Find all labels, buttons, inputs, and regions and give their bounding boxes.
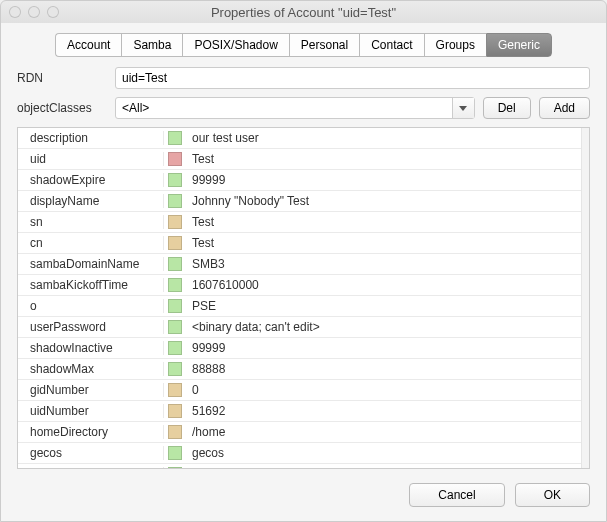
attr-value[interactable]: our test user xyxy=(186,131,581,145)
close-light[interactable] xyxy=(9,6,21,18)
attr-color-icon xyxy=(164,320,186,334)
table-row[interactable]: shadowInactive99999 xyxy=(18,338,581,359)
table-row[interactable]: sambaKickoffTime1607610000 xyxy=(18,275,581,296)
tab-account[interactable]: Account xyxy=(55,33,121,57)
attr-value[interactable]: gecos xyxy=(186,446,581,460)
attr-color-icon xyxy=(164,446,186,460)
tab-generic[interactable]: Generic xyxy=(486,33,552,57)
attr-name: gidNumber xyxy=(18,383,164,397)
rdn-row: RDN xyxy=(17,67,590,89)
attr-color-icon xyxy=(164,425,186,439)
attr-name: cn xyxy=(18,236,164,250)
tabs: AccountSambaPOSIX/ShadowPersonalContactG… xyxy=(17,33,590,57)
attr-table: descriptionour test useruidTestshadowExp… xyxy=(17,127,590,469)
objectclasses-selected: <All> xyxy=(116,101,452,115)
objectclasses-label: objectClasses xyxy=(17,101,107,115)
attr-value[interactable]: Test xyxy=(186,152,581,166)
attr-color-icon xyxy=(164,131,186,145)
attr-name: displayName xyxy=(18,194,164,208)
attr-color-icon xyxy=(164,152,186,166)
tab-posix-shadow[interactable]: POSIX/Shadow xyxy=(182,33,288,57)
attr-name: homeDirectory xyxy=(18,425,164,439)
attr-value[interactable]: [U] xyxy=(186,467,581,468)
chevron-down-icon[interactable] xyxy=(452,98,474,118)
attr-name: shadowMax xyxy=(18,362,164,376)
attr-name: o xyxy=(18,299,164,313)
tab-samba[interactable]: Samba xyxy=(121,33,182,57)
attr-name: sambaKickoffTime xyxy=(18,278,164,292)
tab-groups[interactable]: Groups xyxy=(424,33,486,57)
table-row[interactable]: cnTest xyxy=(18,233,581,254)
attr-name: description xyxy=(18,131,164,145)
table-row[interactable]: snTest xyxy=(18,212,581,233)
attr-value[interactable]: SMB3 xyxy=(186,257,581,271)
attr-name: userPassword xyxy=(18,320,164,334)
table-row[interactable]: uidTest xyxy=(18,149,581,170)
traffic-lights xyxy=(9,6,59,18)
attr-value[interactable]: Test xyxy=(186,236,581,250)
attr-name: sn xyxy=(18,215,164,229)
attr-value[interactable]: 99999 xyxy=(186,173,581,187)
tab-personal[interactable]: Personal xyxy=(289,33,359,57)
scrollbar[interactable] xyxy=(581,128,589,468)
attr-value[interactable]: 1607610000 xyxy=(186,278,581,292)
attr-value[interactable]: 99999 xyxy=(186,341,581,355)
footer: Cancel OK xyxy=(1,469,606,521)
attr-name: sambaDomainName xyxy=(18,257,164,271)
objectclasses-dropdown[interactable]: <All> xyxy=(115,97,475,119)
attr-value[interactable]: <binary data; can't edit> xyxy=(186,320,581,334)
attr-color-icon xyxy=(164,278,186,292)
attr-color-icon xyxy=(164,341,186,355)
attr-color-icon xyxy=(164,215,186,229)
attr-value[interactable]: /home xyxy=(186,425,581,439)
attr-name: uid xyxy=(18,152,164,166)
table-row[interactable]: sambaDomainNameSMB3 xyxy=(18,254,581,275)
attr-value[interactable]: 88888 xyxy=(186,362,581,376)
table-row[interactable]: uidNumber51692 xyxy=(18,401,581,422)
attr-name: sambaAcctFlags xyxy=(18,467,164,468)
attr-color-icon xyxy=(164,236,186,250)
table-row[interactable]: gecosgecos xyxy=(18,443,581,464)
titlebar: Properties of Account "uid=Test" xyxy=(1,1,606,23)
table-row[interactable]: shadowExpire99999 xyxy=(18,170,581,191)
attr-name: shadowInactive xyxy=(18,341,164,355)
tab-contact[interactable]: Contact xyxy=(359,33,423,57)
attr-name: gecos xyxy=(18,446,164,460)
rdn-label: RDN xyxy=(17,71,107,85)
table-row[interactable]: userPassword<binary data; can't edit> xyxy=(18,317,581,338)
attr-value[interactable]: PSE xyxy=(186,299,581,313)
attr-color-icon xyxy=(164,257,186,271)
del-button[interactable]: Del xyxy=(483,97,531,119)
objectclasses-row: objectClasses <All> Del Add xyxy=(17,97,590,119)
attr-color-icon xyxy=(164,404,186,418)
attr-color-icon xyxy=(164,173,186,187)
window-title: Properties of Account "uid=Test" xyxy=(1,5,606,20)
table-row[interactable]: oPSE xyxy=(18,296,581,317)
attr-color-icon xyxy=(164,383,186,397)
minimize-light[interactable] xyxy=(28,6,40,18)
content: AccountSambaPOSIX/ShadowPersonalContactG… xyxy=(1,23,606,469)
attr-value[interactable]: Johnny "Nobody" Test xyxy=(186,194,581,208)
cancel-button[interactable]: Cancel xyxy=(409,483,504,507)
table-row[interactable]: descriptionour test user xyxy=(18,128,581,149)
zoom-light[interactable] xyxy=(47,6,59,18)
rdn-input[interactable] xyxy=(115,67,590,89)
attr-color-icon xyxy=(164,362,186,376)
table-row[interactable]: shadowMax88888 xyxy=(18,359,581,380)
ok-button[interactable]: OK xyxy=(515,483,590,507)
attr-name: shadowExpire xyxy=(18,173,164,187)
table-row[interactable]: homeDirectory/home xyxy=(18,422,581,443)
table-row[interactable]: sambaAcctFlags[U] xyxy=(18,464,581,468)
attr-value[interactable]: Test xyxy=(186,215,581,229)
add-button[interactable]: Add xyxy=(539,97,590,119)
attr-value[interactable]: 0 xyxy=(186,383,581,397)
attr-color-icon xyxy=(164,299,186,313)
attr-value[interactable]: 51692 xyxy=(186,404,581,418)
table-row[interactable]: displayNameJohnny "Nobody" Test xyxy=(18,191,581,212)
attr-color-icon xyxy=(164,194,186,208)
attr-color-icon xyxy=(164,467,186,468)
attr-name: uidNumber xyxy=(18,404,164,418)
table-row[interactable]: gidNumber0 xyxy=(18,380,581,401)
window: Properties of Account "uid=Test" Account… xyxy=(0,0,607,522)
